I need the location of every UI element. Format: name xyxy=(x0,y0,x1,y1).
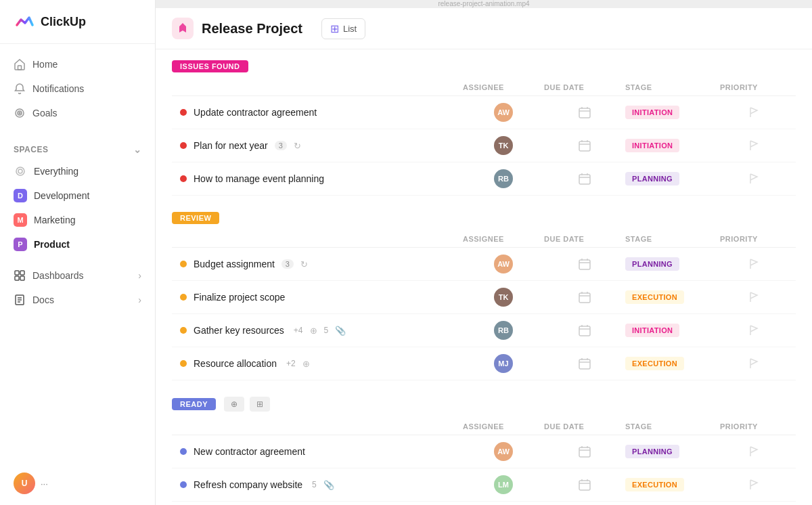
due-date-cell xyxy=(544,257,625,271)
calendar-icon xyxy=(578,139,591,152)
table-row[interactable]: Budget assignment 3 ↻ AW PLANNIN xyxy=(172,248,796,281)
table-row[interactable]: How to manage event planning RB PLANNING xyxy=(172,162,796,196)
svg-point-5 xyxy=(18,169,22,173)
main-nav: Home Notifications Goals xyxy=(0,44,155,133)
svg-rect-24 xyxy=(579,175,590,184)
priority-dot xyxy=(180,109,187,116)
subtask-count: 3 xyxy=(281,259,294,269)
filter-btn[interactable]: ⊞ xyxy=(250,397,270,412)
priority-dot xyxy=(180,175,187,182)
priority-cell xyxy=(720,173,788,185)
task-name: Update contractor agreement xyxy=(180,107,463,118)
stage-badge: PLANNING xyxy=(625,445,679,458)
table-row[interactable]: Update contractor agreement AW INITIATIO… xyxy=(172,96,796,129)
svg-rect-32 xyxy=(579,293,590,303)
review-col-headers: ASSIGNEE DUE DATE STAGE PRIORITY xyxy=(172,229,796,248)
calendar-icon xyxy=(578,257,591,271)
add-task-btn[interactable]: ⊕ xyxy=(224,397,244,412)
refresh-icon: ↻ xyxy=(300,259,308,269)
table-row[interactable]: Resource allocation +2 ⊕ MJ EXEC xyxy=(172,347,796,380)
task-name: New contractor agreement xyxy=(180,446,463,457)
sidebar-item-dashboards[interactable]: Dashboards › xyxy=(0,263,155,288)
avatar: AW xyxy=(494,255,513,273)
stage-cell: PLANNING xyxy=(625,445,720,458)
due-date-cell xyxy=(544,290,625,304)
clickup-logo-icon xyxy=(14,11,35,32)
ready-header-row: READY ⊕ ⊞ xyxy=(172,397,796,412)
assignee-cell: AW xyxy=(463,442,544,461)
priority-cell xyxy=(720,357,788,370)
task-name: Gather key resources +4 ⊕ 5 📎 xyxy=(180,325,463,336)
group-review: REVIEW ASSIGNEE DUE DATE STAGE PRIORITY … xyxy=(172,212,796,380)
table-row[interactable]: Gather key resources +4 ⊕ 5 📎 RB xyxy=(172,314,796,347)
priority-cell xyxy=(720,139,788,152)
drag-bar: release-project-animation.mp4 xyxy=(156,0,812,8)
topbar: Release Project ⊞ List xyxy=(156,8,812,49)
flag-icon xyxy=(748,258,760,270)
sidebar-item-development[interactable]: D Development xyxy=(0,183,155,208)
bell-icon xyxy=(14,83,26,95)
table-row[interactable]: New contractor agreement AW PLANNING xyxy=(172,435,796,468)
priority-cell xyxy=(720,258,788,270)
sidebar-item-everything[interactable]: Everything xyxy=(0,159,155,183)
view-selector[interactable]: ⊞ List xyxy=(321,18,365,39)
sidebar-item-notifications[interactable]: Notifications xyxy=(0,76,155,101)
due-date-cell xyxy=(544,478,625,491)
user-area[interactable]: U ··· xyxy=(0,462,155,505)
docs-chevron: › xyxy=(138,294,141,305)
ready-header-left: READY ⊕ ⊞ xyxy=(172,397,270,412)
svg-rect-36 xyxy=(579,326,590,336)
priority-dot xyxy=(180,142,187,149)
user-ellipsis: ··· xyxy=(41,479,48,489)
calendar-icon xyxy=(578,357,591,370)
issues-badge[interactable]: ISSUES FOUND xyxy=(172,60,248,72)
issues-col-headers: ASSIGNEE DUE DATE STAGE PRIORITY xyxy=(172,78,796,96)
list-view-icon: ⊞ xyxy=(330,22,339,35)
ready-badge[interactable]: READY xyxy=(172,398,216,410)
svg-rect-0 xyxy=(18,66,22,70)
table-row[interactable]: Update key objectives 5 📎 LM EX xyxy=(172,502,796,505)
stage-cell: EXECUTION xyxy=(625,357,720,370)
review-header-row: REVIEW xyxy=(172,212,796,224)
user-avatar: U xyxy=(14,473,35,494)
link-icon: ⊕ xyxy=(302,359,310,369)
assignee-cell: TK xyxy=(463,288,544,307)
calendar-icon xyxy=(578,324,591,337)
stage-badge: PLANNING xyxy=(625,257,679,271)
sidebar-item-goals[interactable]: Goals xyxy=(0,101,155,125)
table-row[interactable]: Plan for next year 3 ↻ TK INITIA xyxy=(172,129,796,162)
avatar: TK xyxy=(494,288,513,307)
notifications-label: Notifications xyxy=(32,83,84,94)
stage-cell: PLANNING xyxy=(625,172,720,185)
calendar-icon xyxy=(578,106,591,119)
table-row[interactable]: Finalize project scope TK EXECUTION xyxy=(172,281,796,314)
assignee-cell: AW xyxy=(463,103,544,122)
spaces-section-header: Spaces ⌄ xyxy=(0,137,155,159)
svg-rect-7 xyxy=(20,271,24,275)
assignee-cell: LM xyxy=(463,475,544,494)
svg-rect-20 xyxy=(579,141,590,151)
spaces-chevron[interactable]: ⌄ xyxy=(133,144,142,155)
svg-rect-8 xyxy=(15,276,19,280)
sidebar-item-product[interactable]: P Product xyxy=(0,232,155,257)
table-row[interactable]: Refresh company website 5 📎 LM xyxy=(172,468,796,502)
sidebar-item-home[interactable]: Home xyxy=(0,52,155,76)
refresh-icon: ↻ xyxy=(294,141,301,151)
stage-cell: EXECUTION xyxy=(625,478,720,491)
attach-count: 5 xyxy=(324,326,329,335)
stage-badge: EXECUTION xyxy=(625,357,684,370)
avatar: MJ xyxy=(494,354,513,373)
sidebar: ClickUp Home Notifications Goals xyxy=(0,0,156,505)
avatar: RB xyxy=(494,169,513,188)
review-badge[interactable]: REVIEW xyxy=(172,212,219,224)
priority-cell xyxy=(720,324,788,336)
task-name: Resource allocation +2 ⊕ xyxy=(180,358,463,369)
logo-area[interactable]: ClickUp xyxy=(0,0,155,44)
view-label: List xyxy=(343,24,357,34)
flag-icon xyxy=(748,479,760,491)
sidebar-item-docs[interactable]: Docs › xyxy=(0,288,155,312)
sidebar-item-marketing[interactable]: M Marketing xyxy=(0,208,155,232)
task-name: Refresh company website 5 📎 xyxy=(180,479,463,490)
docs-icon xyxy=(14,294,26,306)
priority-cell xyxy=(720,479,788,491)
